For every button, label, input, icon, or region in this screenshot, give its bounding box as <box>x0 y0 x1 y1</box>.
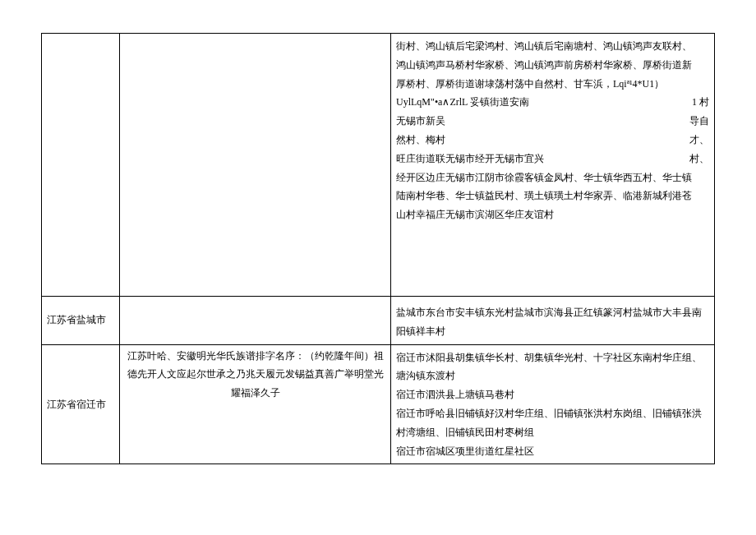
table-row: 江苏省宿迁市 江苏叶哈、安徽明光华氏族谱排字名序：（约乾隆年间）祖德先开人文应起… <box>42 344 715 464</box>
text-line: 鸿山镇鸿声马桥村华家桥、鸿山镇鸿声前房桥村华家桥、厚桥街道新 <box>396 56 692 75</box>
table-row: 街村、鸿山镇后宅梁鸿村、鸿山镇后宅南塘村、鸿山镇鸿声友联村、 鸿山镇鸿声马桥村华… <box>42 34 715 297</box>
text-line: 宿迁市呼哈县旧铺镇好汉村华庄组、旧铺镇张洪村东岗组、旧铺镇张洪村湾塘组、旧铺镇民… <box>396 404 709 442</box>
text-line: 街村、鸿山镇后宅梁鸿村、鸿山镇后宅南塘村、鸿山镇鸿声友联村、 <box>396 37 692 56</box>
table-row: 江苏省盐城市 盐城市东台市安丰镇东光村盐城市滨海县正红镇篆河村盐城市大丰县南阳镇… <box>42 297 715 345</box>
cell-region: 江苏省盐城市 <box>42 297 120 345</box>
text-line: 陆南村华巷、华士镇益民村、璜土镇璜土村华家弄、临港新城利港苍 <box>396 187 692 205</box>
text-line: 山村幸福庄无锡市滨湖区华庄友谊村 <box>396 205 554 224</box>
data-table: 街村、鸿山镇后宅梁鸿村、鸿山镇后宅南塘村、鸿山镇鸿声友联村、 鸿山镇鸿声马桥村华… <box>41 33 715 464</box>
text-line-right: 导自 <box>689 112 709 131</box>
cell-region: 江苏省宿迁市 <box>42 344 120 464</box>
text-line: 宿迁市泗洪县上塘镇马巷村 <box>396 385 709 404</box>
cell-notes <box>120 297 391 345</box>
cell-villages: 街村、鸿山镇后宅梁鸿村、鸿山镇后宅南塘村、鸿山镇鸿声友联村、 鸿山镇鸿声马桥村华… <box>391 34 715 297</box>
cell-villages: 盐城市东台市安丰镇东光村盐城市滨海县正红镇篆河村盐城市大丰县南阳镇祥丰村 <box>391 297 715 345</box>
text-line: UylLqM"•a∧ZrlL 妥镇街道安南 <box>396 93 529 112</box>
cell-region <box>42 34 120 297</box>
text-line: 然村、梅村 <box>396 131 445 150</box>
text-line: 无锡市新吴 <box>396 112 445 131</box>
text-line-right: 1 村 <box>692 93 709 112</box>
cell-notes <box>120 34 391 297</box>
text-line: 宿迁市沭阳县胡集镇华长村、胡集镇华光村、十字社区东南村华庄组、塘沟镇东渡村 <box>396 348 709 386</box>
cell-villages: 宿迁市沭阳县胡集镇华长村、胡集镇华光村、十字社区东南村华庄组、塘沟镇东渡村 宿迁… <box>391 344 715 464</box>
text-line: 宿迁市宿城区项里街道红星社区 <box>396 442 709 461</box>
text-line: 经开区边庄无锡市江阴市徐霞客镇金凤村、华士镇华西五村、华士镇 <box>396 168 692 187</box>
text-line-right: 村、 <box>689 150 709 168</box>
text-line: 旺庄街道联无锡市经开无锡市宜兴 <box>396 150 544 168</box>
cell-notes: 江苏叶哈、安徽明光华氏族谱排字名序：（约乾隆年间）祖德先开人文应起尔世承之乃兆天… <box>120 344 391 464</box>
text-line-right: 才、 <box>689 131 709 150</box>
text-line: 厚桥村、厚桥街道谢埭荡村荡中自然村、甘车浜，Lqiª¹4*U1） <box>396 75 664 94</box>
